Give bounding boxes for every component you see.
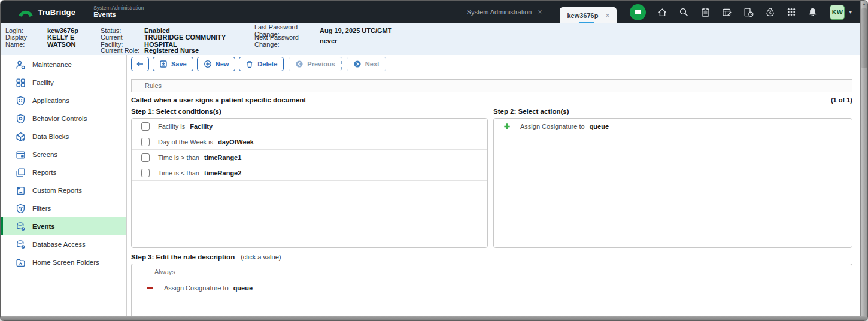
sidebar-item-behavior-controls[interactable]: Behavior Controls	[1, 110, 126, 128]
main-content: Save New Delete	[127, 55, 867, 316]
sidebar-item-events[interactable]: Events	[1, 217, 126, 235]
document-clock-icon[interactable]	[743, 7, 754, 17]
rule-description-panel: Always Assign Cosignature to queue	[131, 264, 852, 317]
facility-checkbox[interactable]	[141, 122, 150, 131]
rules-tab-bar: Rules	[131, 79, 852, 92]
top-icon-row	[630, 4, 818, 20]
trubridge-logo-icon	[19, 8, 33, 17]
tab-kew3676p[interactable]: kew3676p ×	[560, 7, 617, 23]
condition-value[interactable]: timeRange1	[204, 154, 241, 161]
tab-label[interactable]: System Administration	[467, 8, 532, 16]
sidebar-item-home-screen-folders[interactable]: Home Screen Folders	[1, 253, 126, 271]
close-icon[interactable]: ×	[605, 11, 609, 20]
chevron-down-icon[interactable]: ▾	[849, 9, 852, 15]
rules-tab[interactable]: Rules	[145, 82, 162, 89]
save-button[interactable]: Save	[153, 57, 193, 71]
next-button[interactable]: Next	[347, 57, 386, 71]
sidebar-item-applications[interactable]: Applications	[1, 92, 126, 110]
sidebar-item-custom-reports[interactable]: Custom Reports	[1, 181, 126, 199]
grid-squares-icon	[16, 78, 26, 88]
sidebar-item-database-access[interactable]: Database Access	[1, 235, 126, 253]
time-less-checkbox[interactable]	[141, 169, 150, 177]
back-button[interactable]	[131, 57, 149, 71]
rule-trigger-description: Called when a user signs a patient speci…	[131, 96, 306, 104]
app-section-label: System Administration	[93, 5, 144, 11]
trash-icon	[245, 60, 254, 68]
add-action-icon[interactable]	[503, 123, 511, 130]
condition-row-time-greater[interactable]: Time is > than timeRange1	[132, 150, 487, 165]
delete-button[interactable]: Delete	[239, 57, 284, 71]
condition-row-facility[interactable]: Facility is Facility	[132, 119, 487, 134]
new-button[interactable]: New	[197, 57, 236, 71]
remove-action-icon[interactable]	[147, 287, 153, 289]
folder-home-icon	[16, 258, 26, 268]
current-facility-value: TRUBRIDGE COMMUNITY HOSPITAL	[144, 34, 254, 48]
step3-hint: (click a value)	[241, 253, 281, 261]
close-icon[interactable]: ×	[538, 8, 542, 16]
day-of-week-checkbox[interactable]	[141, 138, 150, 146]
shield-gear-icon	[16, 114, 26, 124]
app-title-block: System Administration Events	[93, 5, 144, 19]
action-row-assign-cosignature[interactable]: Assign Cosignature to queue	[494, 119, 852, 134]
shield-grid-icon	[16, 96, 26, 106]
step3-title: Step 3: Edit the rule description	[131, 253, 235, 261]
rule-action-row[interactable]: Assign Cosignature to queue	[132, 280, 852, 296]
bell-icon[interactable]	[808, 7, 818, 17]
custom-report-icon	[16, 186, 26, 196]
report-copy-icon	[16, 168, 26, 178]
scrollbar-up-icon[interactable]: ▲	[861, 1, 867, 6]
app-grid-icon[interactable]	[787, 7, 796, 17]
sidebar-item-filters[interactable]: Filters	[1, 199, 126, 217]
current-role-label: Current Role:	[101, 47, 144, 54]
home-icon[interactable]	[657, 7, 667, 17]
database-check-icon	[16, 222, 26, 232]
action-value[interactable]: queue	[590, 123, 609, 130]
user-gear-icon	[16, 60, 26, 70]
top-bar: TruBridge System Administration Events S…	[1, 1, 867, 23]
tab-system-administration[interactable]: System Administration ×	[467, 8, 542, 16]
circle-arrow-right-icon	[353, 60, 362, 68]
table-edit-icon[interactable]	[722, 7, 732, 17]
save-icon	[159, 60, 168, 68]
scrollbar-thumb[interactable]	[861, 8, 867, 68]
rule-always-row: Always	[132, 264, 852, 280]
sidebar-item-maintenance[interactable]: Maintenance	[1, 56, 126, 74]
time-greater-checkbox[interactable]	[141, 153, 150, 162]
previous-button[interactable]: Previous	[289, 57, 341, 71]
avatar[interactable]: KW	[830, 5, 845, 20]
condition-value[interactable]: timeRange2	[204, 169, 241, 177]
sidebar-item-data-blocks[interactable]: Data Blocks	[1, 128, 126, 146]
arrow-left-icon	[136, 60, 144, 68]
rule-pagination: (1 of 1)	[831, 96, 852, 104]
condition-value[interactable]: dayOfWeek	[218, 138, 254, 146]
window-scrollbar[interactable]: ▲	[860, 1, 867, 316]
display-name-label: Display Name:	[5, 34, 47, 48]
search-icon[interactable]	[679, 7, 689, 17]
step1-title: Step 1: Select conditions(s)	[131, 108, 488, 115]
display-name-value: KELLY E WATSON	[47, 34, 101, 48]
sidebar-item-facility[interactable]: Facility	[1, 74, 126, 92]
user-menu[interactable]: KW ▾	[830, 5, 852, 20]
page-title: Events	[93, 11, 144, 19]
circle-arrow-left-icon	[295, 60, 304, 68]
money-bag-icon[interactable]	[765, 7, 775, 17]
tab-label[interactable]: kew3676p	[567, 12, 598, 19]
last-password-change-value: Aug 19, 2025 UTC/GMT	[320, 27, 867, 34]
book-icon[interactable]	[630, 4, 646, 20]
rule-action-value[interactable]: queue	[233, 284, 253, 292]
toolbar-divider	[127, 74, 867, 74]
actions-panel: Assign Cosignature to queue	[493, 118, 852, 248]
sidebar-item-screens[interactable]: Screens	[1, 146, 126, 163]
condition-row-time-less[interactable]: Time is < than timeRange2	[132, 165, 487, 181]
current-role-value: Registered Nurse	[144, 47, 254, 54]
condition-value[interactable]: Facility	[190, 123, 213, 130]
database-check-icon	[16, 240, 26, 250]
shield-funnel-icon	[16, 204, 26, 214]
condition-row-day-of-week[interactable]: Day of the Week is dayOfWeek	[132, 134, 487, 150]
next-password-change-value: never	[320, 37, 867, 44]
sidebar-item-reports[interactable]: Reports	[1, 163, 126, 181]
clipboard-icon[interactable]	[700, 7, 711, 17]
next-password-change-label: Next Password Change:	[254, 34, 320, 48]
current-facility-label: Current Facility:	[101, 34, 144, 48]
active-tab-indicator	[579, 22, 594, 23]
